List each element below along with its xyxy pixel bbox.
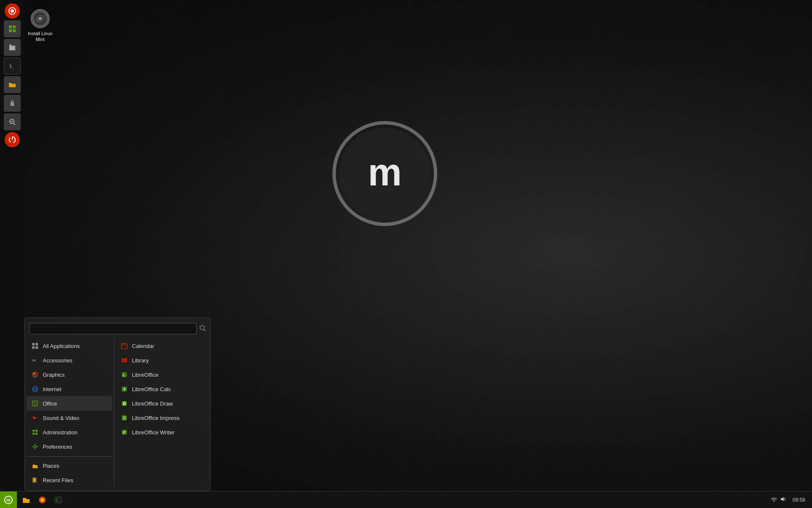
app-libreoffice-writer[interactable]: LibreOffice Writer [116, 425, 208, 439]
svg-text:$_: $_ [9, 64, 15, 69]
places-label: Places [43, 463, 59, 469]
libreoffice-impress-icon [120, 414, 129, 422]
office-label: Office [43, 400, 57, 407]
menu-category-accessories[interactable]: ✂ Accessories [27, 353, 112, 367]
internet-label: Internet [43, 386, 61, 392]
menu-category-all-applications[interactable]: All Applications [27, 339, 112, 353]
menu-places[interactable]: Places [27, 458, 112, 473]
sidebar-icon-calculator[interactable] [4, 20, 21, 37]
libreoffice-impress-label: LibreOffice Impress [132, 415, 179, 421]
svg-rect-43 [33, 430, 35, 432]
preferences-icon [31, 442, 39, 451]
menu-category-sound-video[interactable]: Sound & Video [27, 411, 112, 425]
svg-rect-44 [36, 430, 38, 432]
svg-point-34 [34, 375, 36, 377]
svg-text:$_: $_ [56, 498, 60, 502]
svg-rect-11 [13, 25, 16, 28]
sidebar-icon-terminal[interactable]: $_ [4, 58, 21, 75]
svg-point-18 [12, 104, 13, 105]
library-icon [120, 356, 129, 364]
app-libreoffice-calc[interactable]: LibreOffice Calc [116, 382, 208, 396]
sidebar-icon-lock[interactable] [4, 95, 21, 112]
search-icon[interactable] [199, 325, 206, 333]
menu-categories: All Applications ✂ Accessories [25, 339, 114, 487]
menu-category-internet[interactable]: Internet [27, 382, 112, 396]
svg-text:m: m [7, 498, 11, 502]
accessories-label: Accessories [43, 357, 72, 364]
svg-text:L: L [123, 373, 125, 377]
libreoffice-calc-icon [120, 385, 129, 393]
svg-rect-15 [9, 46, 15, 50]
svg-rect-60 [123, 358, 125, 362]
menu-category-preferences[interactable]: Preferences [27, 439, 112, 454]
svg-rect-28 [36, 346, 38, 349]
taskbar-system-tray: 09:58 [767, 496, 812, 504]
taskbar-time: 09:58 [789, 497, 809, 503]
svg-rect-25 [32, 343, 35, 345]
svg-text:✂: ✂ [32, 357, 36, 364]
taskbar-terminal-button[interactable]: $_ [51, 492, 66, 508]
mint-logo: m [330, 119, 440, 230]
svg-rect-27 [32, 346, 35, 349]
sidebar-icon-files[interactable] [4, 39, 21, 56]
svg-rect-13 [13, 29, 16, 32]
svg-rect-26 [36, 343, 38, 345]
sidebar-icon-folder[interactable] [4, 76, 21, 93]
svg-rect-67 [122, 401, 127, 406]
sidebar: $_ [0, 0, 25, 491]
svg-point-9 [11, 9, 14, 13]
all-applications-icon [31, 342, 39, 350]
all-applications-label: All Applications [43, 343, 80, 349]
svg-line-20 [14, 123, 15, 125]
svg-text:m: m [368, 151, 402, 193]
svg-rect-12 [9, 29, 12, 32]
volume-icon[interactable] [780, 496, 787, 504]
menu-category-administration[interactable]: Administration [27, 425, 112, 439]
calendar-label: Calendar [132, 343, 154, 349]
install-linux-mint-icon[interactable]: Install Linux Mint [23, 8, 57, 43]
sidebar-icon-update[interactable] [4, 113, 21, 130]
svg-marker-42 [33, 416, 37, 420]
svg-point-32 [33, 373, 35, 374]
sound-video-label: Sound & Video [43, 415, 80, 421]
menu-category-graphics[interactable]: Graphics [27, 367, 112, 382]
svg-rect-55 [121, 344, 127, 349]
app-libreoffice-draw[interactable]: LibreOffice Draw [116, 396, 208, 411]
app-libreoffice[interactable]: L LibreOffice [116, 367, 208, 382]
start-button[interactable]: m [0, 491, 17, 508]
svg-point-47 [34, 445, 36, 448]
taskbar-app-buttons: $_ [17, 492, 767, 508]
sidebar-icon-hypnotix[interactable] [5, 3, 20, 19]
library-label: Library [132, 357, 149, 364]
taskbar-files-button[interactable] [19, 492, 34, 508]
svg-point-23 [200, 326, 204, 330]
recent-files-icon [31, 476, 39, 484]
menu-recent-files[interactable]: Recent Files [27, 473, 112, 487]
libreoffice-icon: L [120, 370, 129, 379]
svg-rect-59 [122, 358, 123, 362]
menu-search-input[interactable] [29, 323, 197, 334]
app-library[interactable]: Library [116, 353, 208, 367]
svg-rect-52 [33, 478, 36, 483]
internet-icon [31, 385, 39, 393]
recent-files-label: Recent Files [43, 477, 73, 483]
menu-popup: All Applications ✂ Accessories [25, 318, 211, 491]
menu-content: All Applications ✂ Accessories [25, 339, 210, 487]
graphics-icon [31, 370, 39, 379]
app-libreoffice-impress[interactable]: LibreOffice Impress [116, 411, 208, 425]
places-icon [31, 461, 39, 470]
svg-rect-14 [9, 44, 11, 46]
app-calendar[interactable]: Calendar [116, 339, 208, 353]
svg-rect-71 [123, 416, 126, 418]
menu-category-office[interactable]: Office [27, 396, 112, 411]
taskbar: m $_ [0, 491, 812, 508]
svg-rect-45 [33, 433, 35, 435]
office-icon [31, 399, 39, 408]
taskbar-firefox-button[interactable] [35, 492, 50, 508]
libreoffice-label: LibreOffice [132, 372, 159, 378]
network-icon[interactable] [771, 496, 777, 504]
sidebar-icon-power[interactable] [5, 132, 20, 147]
libreoffice-draw-icon [120, 399, 129, 408]
desktop: m Install Linux Mint [0, 0, 812, 508]
svg-line-24 [204, 329, 206, 331]
